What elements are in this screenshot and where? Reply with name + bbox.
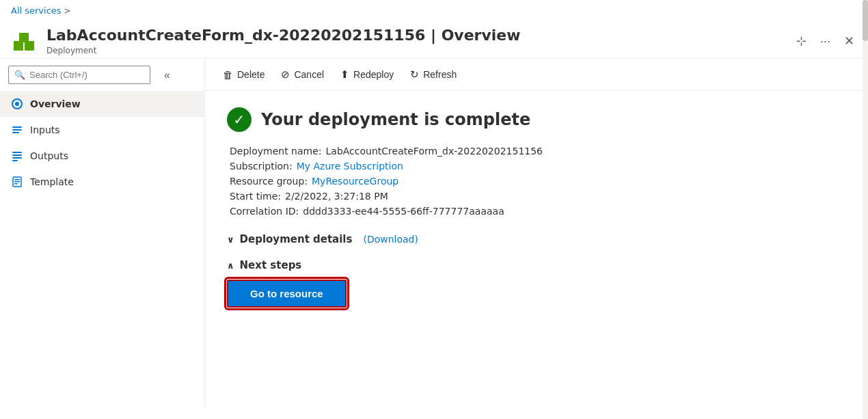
close-icon: ✕	[844, 33, 854, 49]
main-content: ✓ Your deployment is complete Deployment…	[205, 91, 868, 409]
deployment-name-label: Deployment name:	[230, 146, 322, 157]
go-to-resource-button[interactable]: Go to resource	[227, 280, 347, 308]
search-icon: 🔍	[14, 70, 25, 80]
more-icon: ···	[820, 34, 830, 49]
go-to-resource-wrapper: Go to resource	[227, 280, 846, 308]
resource-group-label: Resource group:	[230, 176, 308, 187]
template-icon	[11, 176, 23, 188]
success-icon: ✓	[227, 107, 252, 132]
outputs-icon	[11, 150, 23, 162]
title-block: LabAccountCreateForm_dx-20220202151156 |…	[46, 27, 785, 55]
next-steps-header[interactable]: ∧ Next steps	[227, 259, 846, 271]
sidebar-item-outputs[interactable]: Outputs	[0, 143, 204, 169]
sidebar: 🔍 « Overview Inputs Outputs	[0, 59, 205, 409]
resource-icon	[11, 27, 38, 55]
next-steps-label: Next steps	[240, 259, 302, 271]
cancel-label: Cancel	[294, 69, 324, 80]
svg-rect-10	[12, 154, 22, 156]
deployment-info-grid: Deployment name: LabAccountCreateForm_dx…	[230, 146, 846, 217]
search-row: 🔍 «	[0, 59, 204, 91]
sidebar-item-overview[interactable]: Overview	[0, 91, 204, 117]
breadcrumb-separator: >	[64, 6, 71, 16]
deployment-name-row: Deployment name: LabAccountCreateForm_dx…	[230, 146, 846, 157]
sidebar-item-outputs-label: Outputs	[30, 150, 68, 161]
next-steps-section: ∧ Next steps Go to resource	[227, 259, 846, 308]
overview-icon	[11, 98, 23, 110]
correlation-id-row: Correlation ID: dddd3333-ee44-5555-66ff-…	[230, 206, 846, 217]
collapse-sidebar-button[interactable]: «	[159, 66, 176, 85]
svg-rect-7	[12, 129, 22, 131]
correlation-id-value: dddd3333-ee44-5555-66ff-777777aaaaaa	[303, 206, 504, 217]
toolbar: 🗑 Delete ⊘ Cancel ⬆ Redeploy ↻ Refresh	[205, 59, 868, 91]
start-time-label: Start time:	[230, 191, 281, 202]
deployment-details-label: Deployment details	[240, 233, 353, 245]
inputs-icon	[11, 124, 23, 136]
delete-label: Delete	[237, 69, 265, 80]
start-time-row: Start time: 2/2/2022, 3:27:18 PM	[230, 191, 846, 202]
subscription-label: Subscription:	[230, 161, 293, 172]
svg-rect-12	[12, 160, 18, 161]
sidebar-item-inputs-label: Inputs	[30, 124, 60, 135]
correlation-id-label: Correlation ID:	[230, 206, 299, 217]
svg-rect-16	[14, 183, 18, 185]
cancel-icon: ⊘	[281, 68, 290, 81]
svg-rect-8	[12, 132, 19, 133]
deployment-status-title: Your deployment is complete	[261, 110, 530, 129]
deployment-status-header: ✓ Your deployment is complete	[227, 107, 846, 132]
subscription-row: Subscription: My Azure Subscription	[230, 161, 846, 172]
page-header: LabAccountCreateForm_dx-20220202151156 |…	[0, 21, 868, 58]
svg-rect-2	[19, 33, 29, 42]
search-input[interactable]	[29, 70, 144, 80]
svg-point-5	[15, 102, 19, 106]
svg-rect-1	[25, 41, 34, 51]
all-services-link[interactable]: All services	[11, 5, 62, 16]
sidebar-item-template-label: Template	[30, 176, 74, 187]
pin-button[interactable]: ⊹	[794, 31, 809, 51]
subscription-value-link[interactable]: My Azure Subscription	[297, 161, 403, 172]
svg-rect-11	[12, 157, 22, 159]
deployment-name-value: LabAccountCreateForm_dx-20220202151156	[326, 146, 543, 157]
delete-icon: 🗑	[223, 69, 233, 81]
download-link[interactable]: (Download)	[363, 234, 418, 245]
deployment-details-chevron: ∨	[227, 234, 234, 245]
search-box[interactable]: 🔍	[8, 66, 150, 84]
svg-rect-14	[14, 179, 20, 180]
close-button[interactable]: ✕	[841, 31, 857, 51]
refresh-button[interactable]: ↻ Refresh	[403, 64, 463, 85]
redeploy-icon: ⬆	[340, 68, 349, 81]
svg-rect-9	[12, 152, 22, 153]
main-layout: 🔍 « Overview Inputs Outputs	[0, 58, 868, 409]
content-area: 🗑 Delete ⊘ Cancel ⬆ Redeploy ↻ Refresh ✓…	[205, 59, 868, 409]
deployment-details-section: ∨ Deployment details (Download)	[227, 233, 846, 245]
cancel-button[interactable]: ⊘ Cancel	[274, 64, 331, 85]
resource-group-value-link[interactable]: MyResourceGroup	[312, 176, 398, 187]
page-subtitle: Deployment	[46, 46, 785, 55]
header-actions: ⊹ ··· ✕	[794, 31, 857, 51]
next-steps-chevron: ∧	[227, 260, 234, 271]
collapse-icon: «	[164, 69, 170, 81]
breadcrumb: All services >	[0, 0, 868, 21]
pin-icon: ⊹	[796, 33, 806, 49]
deployment-details-header[interactable]: ∨ Deployment details (Download)	[227, 233, 846, 245]
more-options-button[interactable]: ···	[817, 31, 833, 51]
resource-group-row: Resource group: MyResourceGroup	[230, 176, 846, 187]
sidebar-item-template[interactable]: Template	[0, 169, 204, 195]
svg-rect-6	[12, 126, 22, 128]
scrollbar-thumb[interactable]	[863, 0, 868, 41]
redeploy-label: Redeploy	[353, 69, 394, 80]
page-title: LabAccountCreateForm_dx-20220202151156 |…	[46, 27, 785, 44]
delete-button[interactable]: 🗑 Delete	[216, 65, 271, 85]
redeploy-button[interactable]: ⬆ Redeploy	[334, 64, 401, 85]
svg-rect-3	[14, 41, 23, 51]
refresh-label: Refresh	[423, 69, 457, 80]
scrollbar-track	[863, 0, 868, 419]
sidebar-item-inputs[interactable]: Inputs	[0, 117, 204, 143]
start-time-value: 2/2/2022, 3:27:18 PM	[285, 191, 388, 202]
refresh-icon: ↻	[410, 68, 419, 81]
svg-rect-15	[14, 181, 20, 183]
sidebar-item-overview-label: Overview	[30, 98, 81, 109]
